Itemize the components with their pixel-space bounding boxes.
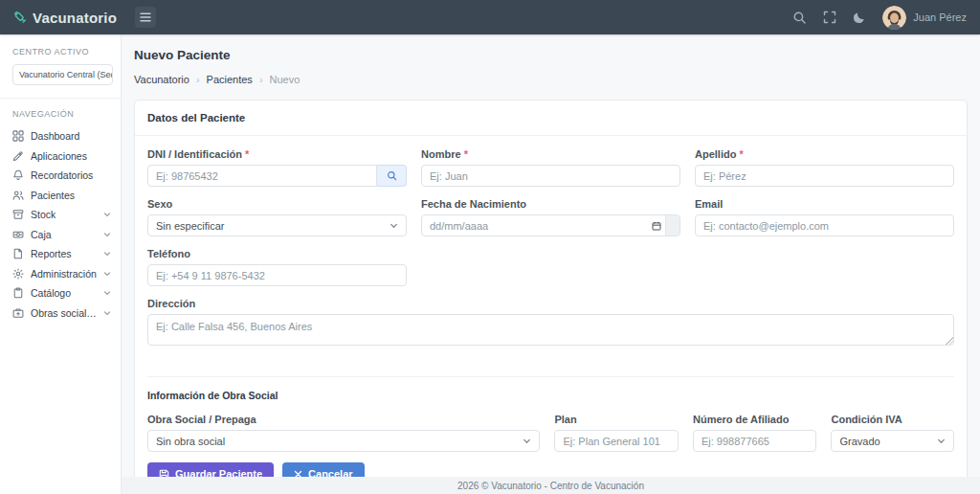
numero-afiliado-label-text: Número de Afiliado xyxy=(693,414,789,425)
sidebar-item-label: Caja xyxy=(31,229,52,240)
numero-afiliado-input[interactable] xyxy=(693,430,817,452)
syringe-logo-icon xyxy=(11,9,29,26)
plan-field-group: Plan xyxy=(554,414,679,452)
sexo-selected-value: Sin especificar xyxy=(156,220,225,232)
breadcrumb-separator: › xyxy=(259,74,263,85)
sidebar-item-aplicaciones[interactable]: Aplicaciones xyxy=(0,146,121,167)
breadcrumb-vacunatorio[interactable]: Vacunatorio xyxy=(134,74,189,85)
direccion-field-group: Dirección xyxy=(147,298,954,349)
condicion-iva-select[interactable]: Gravado xyxy=(831,430,954,452)
calendar-icon[interactable] xyxy=(652,221,661,231)
email-label: Email xyxy=(695,198,954,211)
apellido-input[interactable] xyxy=(695,165,954,187)
sidebar-item-catalogo[interactable]: Catálogo xyxy=(0,283,121,303)
telefono-input[interactable] xyxy=(147,264,407,286)
sidebar-item-recordatorios[interactable]: Recordatorios xyxy=(0,166,121,186)
nombre-label: Nombre * xyxy=(421,148,680,161)
fecha-nacimiento-label: Fecha de Nacimiento xyxy=(421,198,680,211)
dni-search-button[interactable] xyxy=(377,165,407,187)
obra-social-field-group: Obra Social / Prepaga Sin obra social xyxy=(147,414,540,452)
date-addon xyxy=(665,215,679,236)
obra-social-section-title: Información de Obra Social xyxy=(147,390,954,401)
dni-input[interactable] xyxy=(147,165,377,187)
direccion-textarea[interactable] xyxy=(147,314,954,346)
chevron-down-icon xyxy=(390,221,398,230)
cancel-button-label: Cancelar xyxy=(308,468,352,477)
apellido-field-group: Apellido * xyxy=(695,148,954,187)
chevron-down-icon xyxy=(103,270,111,278)
user-avatar xyxy=(882,6,906,30)
sidebar: CENTRO ACTIVO Vacunatorio Central (Sede … xyxy=(0,34,122,494)
sidebar-item-label: Dashboard xyxy=(31,130,79,142)
fullscreen-button[interactable] xyxy=(823,11,836,24)
plan-label: Plan xyxy=(554,414,679,426)
centro-activo-select[interactable]: Vacunatorio Central (Sede Princ... xyxy=(12,64,113,85)
sexo-select[interactable]: Sin especificar xyxy=(147,214,407,236)
sidebar-item-caja[interactable]: Caja xyxy=(0,225,121,245)
nombre-label-text: Nombre xyxy=(421,148,461,160)
user-name: Juan Pérez xyxy=(913,11,967,23)
search-button[interactable] xyxy=(792,11,807,25)
direccion-label-text: Dirección xyxy=(147,298,195,309)
sidebar-item-administracion[interactable]: Administración xyxy=(0,264,121,284)
obra-social-label: Obra Social / Prepaga xyxy=(147,414,540,426)
apellido-label-text: Apellido xyxy=(695,148,736,160)
file-icon xyxy=(12,248,24,259)
sidebar-item-dashboard[interactable]: Dashboard xyxy=(0,126,121,146)
obra-social-select[interactable]: Sin obra social xyxy=(147,430,540,452)
numero-afiliado-field-group: Número de Afiliado xyxy=(693,414,817,452)
condicion-iva-label-text: Condición IVA xyxy=(831,414,902,425)
required-marker: * xyxy=(245,148,249,160)
hamburger-menu-button[interactable] xyxy=(135,7,156,28)
save-icon xyxy=(159,469,169,478)
dashboard-icon xyxy=(12,130,24,142)
section-divider xyxy=(147,376,954,377)
gear-icon xyxy=(12,268,24,280)
user-menu[interactable]: Juan Pérez xyxy=(882,6,967,30)
fullscreen-icon xyxy=(823,11,836,24)
dni-label-text: DNI / Identificación xyxy=(147,148,242,160)
page-title: Nuevo Paciente xyxy=(134,48,968,62)
fecha-nacimiento-input[interactable] xyxy=(421,214,680,236)
top-navbar: Vacunatorio xyxy=(0,0,980,34)
sidebar-item-label: Reportes xyxy=(31,248,72,259)
email-input[interactable] xyxy=(695,214,954,236)
brand-logo[interactable]: Vacunatorio xyxy=(0,9,122,26)
fecha-nacimiento-field-group: Fecha de Nacimiento xyxy=(421,198,680,236)
nombre-field-group: Nombre * xyxy=(421,148,680,187)
form-actions: Guardar Paciente Cancelar xyxy=(147,462,954,477)
brand-name: Vacunatorio xyxy=(33,10,117,26)
chevron-down-icon xyxy=(103,231,111,238)
email-field-group: Email xyxy=(695,198,954,236)
sidebar-item-obras-sociales[interactable]: Obras sociales xyxy=(0,303,121,324)
footer-text: 2026 © Vacunatorio - Centro de Vacunació… xyxy=(457,481,644,491)
apellido-label: Apellido * xyxy=(695,148,954,161)
cancel-button[interactable]: Cancelar xyxy=(282,462,364,477)
breadcrumb-separator: › xyxy=(196,74,200,85)
telefono-label-text: Teléfono xyxy=(147,248,190,259)
sidebar-item-pacientes[interactable]: Pacientes xyxy=(0,186,121,206)
moon-icon xyxy=(853,11,866,24)
hamburger-icon xyxy=(140,12,151,22)
telefono-label: Teléfono xyxy=(147,248,407,260)
date-text-input[interactable] xyxy=(422,215,652,236)
save-patient-button[interactable]: Guardar Paciente xyxy=(147,462,274,477)
dark-mode-button[interactable] xyxy=(853,11,866,24)
sidebar-item-label: Recordatorios xyxy=(31,169,93,181)
numero-afiliado-label: Número de Afiliado xyxy=(693,414,817,426)
nombre-input[interactable] xyxy=(421,165,680,187)
navbar-actions: Juan Pérez xyxy=(792,6,980,30)
plan-input[interactable] xyxy=(554,430,679,452)
footer: 2026 © Vacunatorio - Centro de Vacunació… xyxy=(122,477,980,494)
sexo-label: Sexo xyxy=(147,198,407,211)
breadcrumb-nuevo: Nuevo xyxy=(270,74,301,85)
sidebar-item-label: Pacientes xyxy=(31,190,75,201)
chevron-down-icon xyxy=(523,437,531,445)
chevron-down-icon xyxy=(103,289,111,297)
sidebar-item-label: Catálogo xyxy=(31,287,71,299)
breadcrumb-pacientes[interactable]: Pacientes xyxy=(207,74,253,85)
condicion-iva-field-group: Condición IVA Gravado xyxy=(831,414,954,452)
sidebar-item-reportes[interactable]: Reportes xyxy=(0,244,121,264)
sidebar-item-stock[interactable]: Stock xyxy=(0,205,121,225)
sexo-label-text: Sexo xyxy=(147,198,172,210)
